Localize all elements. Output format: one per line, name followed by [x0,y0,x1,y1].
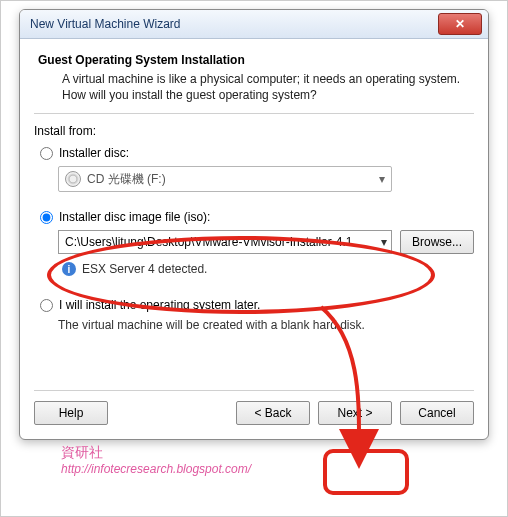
chevron-down-icon: ▾ [381,235,387,249]
option-disc-label: Installer disc: [59,146,129,160]
back-button[interactable]: < Back [236,401,310,425]
help-button[interactable]: Help [34,401,108,425]
watermark: 資研社 http://infotecresearch.blogspot.com/ [61,444,251,476]
iso-path-combo[interactable]: C:\Users\litung\Desktop\VMware-VMvisor-I… [58,230,392,254]
radio-later[interactable] [40,299,53,312]
option-later[interactable]: I will install the operating system late… [40,298,474,312]
header-section: Guest Operating System Installation A vi… [34,49,474,114]
radio-iso[interactable] [40,211,53,224]
close-button[interactable]: ✕ [438,13,482,35]
page-description: A virtual machine is like a physical com… [62,71,470,103]
wizard-content: Guest Operating System Installation A vi… [20,39,488,439]
option-later-block: I will install the operating system late… [34,298,474,332]
radio-disc[interactable] [40,147,53,160]
watermark-url: http://infotecresearch.blogspot.com/ [61,462,251,476]
disc-icon [65,171,81,187]
next-button[interactable]: Next > [318,401,392,425]
spacer [116,401,228,425]
annotation-rect-next [323,449,409,495]
disc-drive-combo[interactable]: CD 光碟機 (F:) ▾ [58,166,392,192]
info-icon: i [62,262,76,276]
option-later-note: The virtual machine will be created with… [58,318,474,332]
cancel-button[interactable]: Cancel [400,401,474,425]
close-icon: ✕ [455,17,465,31]
disc-drive-text: CD 光碟機 (F:) [87,171,166,188]
option-iso-block: Installer disc image file (iso): C:\User… [34,210,474,276]
chevron-down-icon: ▾ [379,172,385,186]
iso-path-row: C:\Users\litung\Desktop\VMware-VMvisor-I… [58,230,474,254]
option-disc[interactable]: Installer disc: [40,146,474,160]
detection-text: ESX Server 4 detected. [82,262,207,276]
wizard-window: New Virtual Machine Wizard ✕ Guest Opera… [19,9,489,440]
browse-button[interactable]: Browse... [400,230,474,254]
install-from-label: Install from: [34,124,474,138]
button-bar: Help < Back Next > Cancel [34,390,474,425]
option-iso-label: Installer disc image file (iso): [59,210,210,224]
window-title: New Virtual Machine Wizard [30,17,181,31]
watermark-cn: 資研社 [61,444,251,462]
iso-path-text: C:\Users\litung\Desktop\VMware-VMvisor-I… [65,235,352,249]
option-iso[interactable]: Installer disc image file (iso): [40,210,474,224]
option-later-label: I will install the operating system late… [59,298,260,312]
screenshot-frame: New Virtual Machine Wizard ✕ Guest Opera… [0,0,508,517]
page-heading: Guest Operating System Installation [38,53,470,67]
detection-info: i ESX Server 4 detected. [62,262,474,276]
titlebar: New Virtual Machine Wizard ✕ [20,10,488,39]
